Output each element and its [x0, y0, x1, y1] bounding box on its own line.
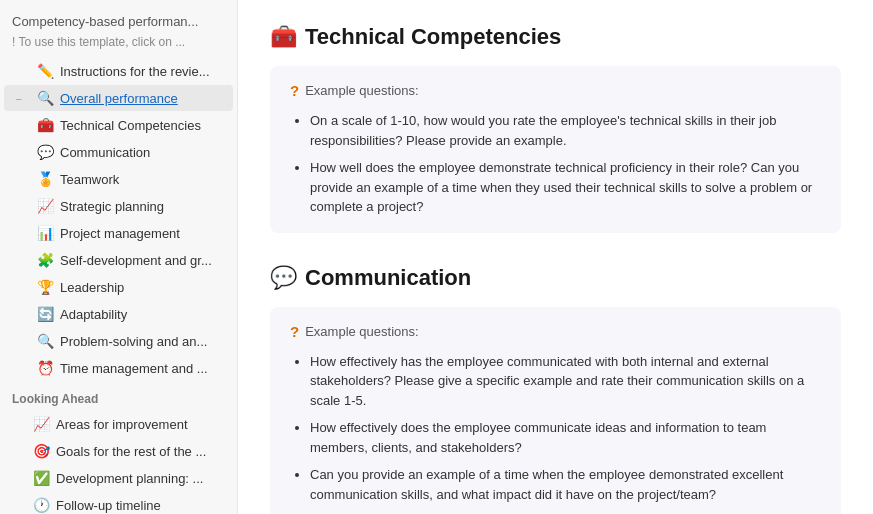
- sidebar-item-communication[interactable]: 💬 Communication: [4, 139, 233, 165]
- item-label: Time management and ...: [60, 361, 208, 376]
- looking-ahead-section-title: Looking Ahead: [0, 382, 237, 410]
- item-label: Self-development and gr...: [60, 253, 212, 268]
- item-label: Technical Competencies: [60, 118, 201, 133]
- question-icon: ?: [290, 82, 299, 99]
- collapse-icon: –: [16, 93, 26, 104]
- main-content: 🧰 Technical Competencies ?Example questi…: [238, 0, 873, 514]
- sidebar-item-leadership[interactable]: 🏆 Leadership: [4, 274, 233, 300]
- example-card-communication: ?Example questions:How effectively has t…: [270, 307, 841, 515]
- sidebar: Competency-based performan... ! To use t…: [0, 0, 238, 514]
- sidebar-item-problem-solving[interactable]: 🔍 Problem-solving and an...: [4, 328, 233, 354]
- sidebar-item-project-management[interactable]: 📊 Project management: [4, 220, 233, 246]
- sidebar-item-technical-competencies[interactable]: 🧰 Technical Competencies: [4, 112, 233, 138]
- example-label-text: Example questions:: [305, 324, 418, 339]
- item-icon: 🕐: [32, 497, 50, 513]
- section-technical-competencies: 🧰 Technical Competencies ?Example questi…: [270, 24, 841, 233]
- section-icon: 🧰: [270, 24, 297, 50]
- bullet-item: How effectively does the employee commun…: [310, 418, 821, 457]
- sidebar-item-development-planning[interactable]: ✅ Development planning: ...: [4, 465, 233, 491]
- section-title: Communication: [305, 265, 471, 291]
- item-label: Project management: [60, 226, 180, 241]
- example-card-technical-competencies: ?Example questions:On a scale of 1-10, h…: [270, 66, 841, 233]
- item-icon: 🔍: [36, 90, 54, 106]
- example-label: ?Example questions:: [290, 323, 821, 340]
- sidebar-item-instructions[interactable]: ✏️ Instructions for the revie...: [4, 58, 233, 84]
- bullet-list: How effectively has the employee communi…: [290, 352, 821, 515]
- item-label: Communication: [60, 145, 150, 160]
- sidebar-item-areas-for-improvement[interactable]: 📈 Areas for improvement: [4, 411, 233, 437]
- item-label: Development planning: ...: [56, 471, 203, 486]
- sidebar-item-strategic-planning[interactable]: 📈 Strategic planning: [4, 193, 233, 219]
- item-icon: ⏰: [36, 360, 54, 376]
- sidebar-item-overall-performance[interactable]: – 🔍 Overall performance: [4, 85, 233, 111]
- bullet-item: How well does the employee demonstrate t…: [310, 158, 821, 217]
- item-label: Adaptability: [60, 307, 127, 322]
- sidebar-item-teamwork[interactable]: 🏅 Teamwork: [4, 166, 233, 192]
- sidebar-item-goals-rest-of-year[interactable]: 🎯 Goals for the rest of the ...: [4, 438, 233, 464]
- item-label: Follow-up timeline: [56, 498, 161, 513]
- section-icon: 💬: [270, 265, 297, 291]
- question-icon: ?: [290, 323, 299, 340]
- item-label: Goals for the rest of the ...: [56, 444, 206, 459]
- bullet-item: On a scale of 1-10, how would you rate t…: [310, 111, 821, 150]
- item-label: Areas for improvement: [56, 417, 188, 432]
- item-icon: ✏️: [36, 63, 54, 79]
- item-label: Strategic planning: [60, 199, 164, 214]
- example-label: ?Example questions:: [290, 82, 821, 99]
- sidebar-item-adaptability[interactable]: 🔄 Adaptability: [4, 301, 233, 327]
- item-label: Problem-solving and an...: [60, 334, 207, 349]
- item-icon: 🧰: [36, 117, 54, 133]
- sidebar-item-self-development[interactable]: 🧩 Self-development and gr...: [4, 247, 233, 273]
- section-communication: 💬 Communication ?Example questions:How e…: [270, 265, 841, 515]
- item-label: Overall performance: [60, 91, 178, 106]
- bullet-item: How effectively has the employee communi…: [310, 352, 821, 411]
- item-icon: ✅: [32, 470, 50, 486]
- example-label-text: Example questions:: [305, 83, 418, 98]
- item-label: Leadership: [60, 280, 124, 295]
- bullet-list: On a scale of 1-10, how would you rate t…: [290, 111, 821, 217]
- sidebar-item-time-management[interactable]: ⏰ Time management and ...: [4, 355, 233, 381]
- item-icon: 📈: [36, 198, 54, 214]
- sidebar-header: Competency-based performan...: [0, 8, 237, 33]
- sidebar-item-follow-up-timeline[interactable]: 🕐 Follow-up timeline: [4, 492, 233, 514]
- section-title: Technical Competencies: [305, 24, 561, 50]
- item-icon: 📊: [36, 225, 54, 241]
- item-label: Teamwork: [60, 172, 119, 187]
- section-heading-technical-competencies: 🧰 Technical Competencies: [270, 24, 841, 50]
- sidebar-nav: ✏️ Instructions for the revie... – 🔍 Ove…: [0, 58, 237, 381]
- item-icon: 📈: [32, 416, 50, 432]
- sidebar-subheader: ! To use this template, click on ...: [0, 33, 237, 57]
- bullet-item: Can you provide an example of a time whe…: [310, 465, 821, 504]
- section-heading-communication: 💬 Communication: [270, 265, 841, 291]
- item-icon: 🏅: [36, 171, 54, 187]
- looking-ahead-nav: 📈 Areas for improvement 🎯 Goals for the …: [0, 411, 237, 514]
- sections: 🧰 Technical Competencies ?Example questi…: [270, 24, 841, 514]
- item-icon: 🧩: [36, 252, 54, 268]
- item-icon: 🔍: [36, 333, 54, 349]
- item-label: Instructions for the revie...: [60, 64, 210, 79]
- item-icon: 💬: [36, 144, 54, 160]
- item-icon: 🔄: [36, 306, 54, 322]
- item-icon: 🎯: [32, 443, 50, 459]
- item-icon: 🏆: [36, 279, 54, 295]
